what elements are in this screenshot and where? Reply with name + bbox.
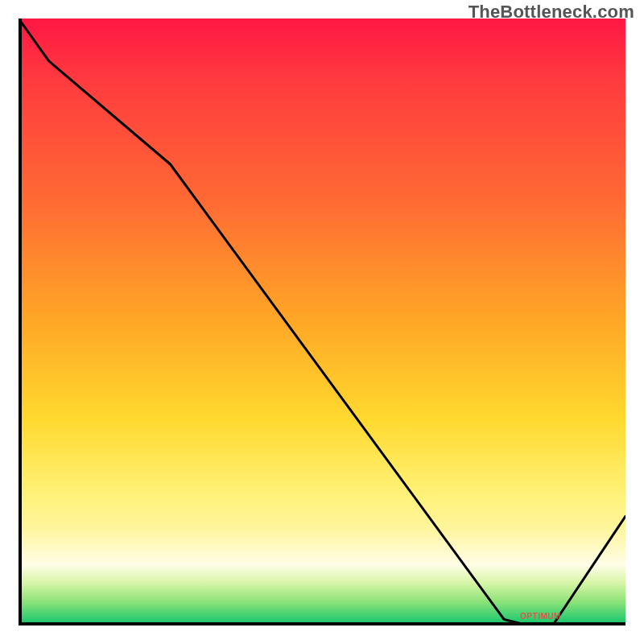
y-axis-line	[19, 19, 22, 625]
chart-container: TheBottleneck.com OPTIMUM	[0, 0, 644, 644]
plot-area: OPTIMUM	[19, 19, 625, 625]
optimum-annotation: OPTIMUM	[520, 612, 561, 621]
bottleneck-curve	[19, 19, 625, 625]
x-axis-line	[19, 622, 625, 625]
